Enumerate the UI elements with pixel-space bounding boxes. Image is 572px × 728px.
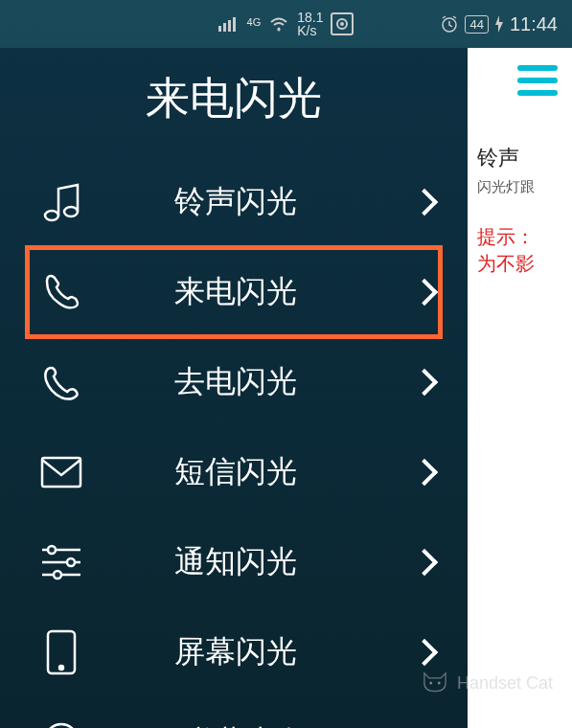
music-note-icon — [38, 179, 84, 225]
menu-item-barrage-confession[interactable]: 弹幕表白 — [0, 697, 468, 728]
chevron-right-icon — [411, 549, 438, 576]
chevron-right-icon — [411, 279, 438, 306]
svg-rect-3 — [233, 17, 236, 32]
message-icon — [38, 719, 84, 728]
svg-rect-0 — [218, 26, 221, 32]
status-right: 44 11:44 — [354, 13, 558, 35]
chevron-right-icon — [411, 369, 438, 396]
svg-point-17 — [45, 724, 78, 728]
menu-label: 铃声闪光 — [84, 181, 415, 223]
menu-label: 去电闪光 — [84, 361, 415, 403]
menu-item-screen-flash[interactable]: 屏幕闪光 — [0, 607, 468, 697]
menu-item-ringtone-flash[interactable]: 铃声闪光 — [0, 157, 468, 247]
side-panel: 铃声 闪光灯跟 提示： 为不影 — [468, 48, 572, 728]
sound-icon — [331, 12, 354, 35]
svg-rect-2 — [228, 20, 231, 32]
cat-icon — [421, 671, 449, 694]
battery-indicator: 44 — [465, 15, 488, 34]
status-center: 4G 18.1 K/s — [218, 11, 355, 37]
phone-call-icon — [38, 359, 84, 405]
charging-icon — [494, 15, 504, 33]
chevron-right-icon — [411, 189, 438, 216]
svg-point-14 — [54, 571, 61, 579]
menu-label: 短信闪光 — [84, 451, 415, 493]
wifi-icon — [268, 16, 289, 32]
hamburger-menu-button[interactable] — [517, 65, 558, 96]
menu-item-incoming-call-flash[interactable]: 来电闪光 — [27, 247, 441, 337]
menu-item-notification-flash[interactable]: 通知闪光 — [0, 517, 468, 607]
menu-item-outgoing-call-flash[interactable]: 去电闪光 — [0, 337, 468, 427]
status-bar: 4G 18.1 K/s 44 — [0, 0, 572, 48]
svg-point-10 — [48, 546, 56, 554]
menu-label: 屏幕闪光 — [84, 631, 415, 673]
svg-point-4 — [278, 28, 281, 31]
watermark-text: Handset Cat — [457, 673, 553, 694]
mail-icon — [38, 449, 84, 495]
side-title: 铃声 — [477, 144, 562, 172]
smartphone-icon — [38, 629, 84, 675]
svg-point-16 — [59, 666, 63, 670]
sliders-icon — [38, 539, 84, 585]
menu-list: 铃声闪光 来电闪光 去电闪光 — [0, 157, 468, 728]
svg-point-21 — [438, 682, 440, 684]
svg-rect-8 — [42, 458, 80, 487]
svg-point-7 — [64, 207, 78, 216]
network-speed: 18.1 K/s — [297, 11, 323, 37]
chevron-right-icon — [411, 459, 438, 486]
menu-label: 弹幕表白 — [84, 721, 434, 728]
side-warning: 提示： 为不影 — [477, 223, 562, 277]
page-title: 来电闪光 — [0, 48, 468, 157]
signal-icon — [218, 16, 240, 32]
main-panel: 来电闪光 铃声闪光 — [0, 48, 468, 728]
svg-point-20 — [430, 682, 432, 684]
watermark: Handset Cat — [421, 671, 553, 694]
side-subtitle: 闪光灯跟 — [477, 178, 562, 196]
menu-label: 来电闪光 — [84, 271, 415, 313]
svg-rect-1 — [223, 23, 226, 32]
chevron-right-icon — [411, 639, 438, 666]
menu-label: 通知闪光 — [84, 541, 415, 583]
alarm-icon — [440, 14, 459, 34]
svg-point-12 — [67, 558, 75, 566]
clock-time: 11:44 — [510, 13, 558, 35]
phone-receive-icon — [38, 269, 84, 315]
signal-type: 4G — [247, 16, 262, 28]
svg-point-6 — [45, 211, 58, 220]
menu-item-sms-flash[interactable]: 短信闪光 — [0, 427, 468, 517]
